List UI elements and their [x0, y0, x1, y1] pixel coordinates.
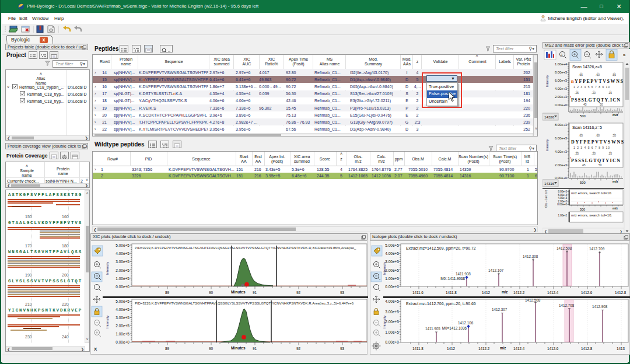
svg-text:PID=3233,K.DYFPEPVTVSWNSGALTSG: PID=3233,K.DYFPEPVTVSWNSGALTSGVHTFPAVLQS… [135, 246, 356, 250]
svg-text:1 2 3 4 5 6 7 8 9 10: 1 2 3 4 5 6 7 8 9 10 [573, 146, 610, 149]
svg-text:.65: .65 [579, 134, 583, 137]
svg-text:.15: .15 [608, 152, 612, 155]
svg-text:m/z: m/z [500, 346, 506, 350]
svg-text:50: 50 [600, 103, 603, 106]
svg-text:1412.708: 1412.708 [559, 303, 575, 307]
svg-text:6.00e+3: 6.00e+3 [555, 79, 567, 82]
svg-text:5.00e+5: 5.00e+5 [116, 243, 130, 247]
svg-text:PSSSLGTQTY.ICN: PSSSLGTQTY.ICN [571, 97, 621, 103]
svg-text:8.00e-3: 8.00e-3 [558, 190, 567, 193]
svg-text:1.00e+5: 1.00e+5 [116, 276, 130, 281]
svg-text:1 2 3 4 5 6 7 8 9 10: 1 2 3 4 5 6 7 8 9 10 [573, 85, 610, 89]
svg-text:1: 1 [561, 53, 564, 57]
svg-text:1412.2: 1412.2 [513, 290, 525, 295]
svg-text:m/z: m/z [612, 180, 618, 183]
svg-text:50: 50 [598, 163, 602, 167]
svg-text:6.00e-3: 6.00e-3 [558, 194, 567, 197]
svg-text:.65: .65 [579, 73, 583, 76]
svg-text:.25: .25 [575, 91, 579, 94]
svg-text:1.00e+5: 1.00e+5 [385, 276, 399, 281]
svg-text:.15: .15 [608, 91, 612, 94]
svg-text:1412.508: 1412.508 [556, 246, 572, 250]
svg-text:M0=1412.1036: M0=1412.1036 [442, 326, 467, 330]
svg-text:8.00e+3: 8.00e+3 [555, 71, 567, 74]
svg-text:m/z: m/z [502, 290, 508, 294]
svg-text:Intensity: Intensity [545, 139, 549, 151]
svg-text:1411.905: 1411.905 [425, 327, 440, 331]
svg-text:nYFPEPVTVSWNS: nYFPEPVTVSWNS [571, 79, 624, 84]
svg-text:Minutes: Minutes [231, 290, 246, 294]
svg-text:8.00e+3: 8.00e+3 [555, 123, 567, 127]
svg-text:45: 45 [583, 103, 587, 106]
svg-text:0.00e+0: 0.00e+0 [385, 340, 399, 344]
svg-text:2.00e+5: 2.00e+5 [116, 324, 130, 328]
svg-text:PID=3226,K.DYFPEPVTVSWNSGALTSG: PID=3226,K.DYFPEPVTVSWNSGALTSGVHTFPAVLQS… [135, 302, 354, 305]
svg-text:1412.308: 1412.308 [523, 254, 538, 258]
svg-text:1412.8: 1412.8 [581, 346, 593, 351]
svg-text:.20: .20 [592, 152, 596, 155]
svg-text:.60: .60 [596, 73, 600, 76]
svg-text:4.00e+5: 4.00e+5 [116, 251, 130, 256]
svg-text:0.00e+0: 0.00e+0 [385, 285, 399, 289]
svg-text:2.00e-3: 2.00e-3 [558, 200, 567, 203]
svg-text:91: 91 [253, 346, 257, 351]
svg-text:2.00e+3: 2.00e+3 [555, 163, 567, 167]
svg-text:89: 89 [165, 346, 170, 351]
svg-text:.55: .55 [612, 73, 616, 76]
svg-text:4.00e+5: 4.00e+5 [385, 251, 399, 256]
svg-text:5.00e+5: 5.00e+5 [116, 299, 130, 303]
svg-text:2.00e+5: 2.00e+5 [116, 268, 130, 272]
svg-text:3.00e+5: 3.00e+5 [385, 310, 399, 314]
svg-text:Extract mz=1412.706, ppm=20, t: Extract mz=1412.706, ppm=20, t=90.65 [406, 302, 476, 306]
svg-text:Extract mz=1412.509, ppm=20, t: Extract mz=1412.509, ppm=20, t=90.72 [406, 246, 476, 251]
svg-text:.20: .20 [592, 91, 596, 94]
svg-text:»: » [623, 52, 626, 58]
svg-text:M0=1411.9068: M0=1411.9068 [440, 276, 465, 281]
svg-text:m/z: m/z [612, 206, 618, 210]
svg-text:4.00e+3: 4.00e+3 [555, 87, 567, 90]
svg-text:0.00e+0: 0.00e+0 [116, 285, 130, 289]
svg-text:3.00e+5: 3.00e+5 [116, 260, 130, 264]
svg-text:0.00e+0: 0.00e+0 [557, 203, 567, 206]
svg-text:1412.6: 1412.6 [547, 346, 559, 351]
svg-text:.25: .25 [575, 152, 579, 155]
svg-text:1.00e-2: 1.00e-2 [558, 214, 567, 217]
svg-text:Intensity: Intensity [106, 316, 109, 328]
svg-text:0.00e+0: 0.00e+0 [555, 103, 567, 107]
svg-text:.55: .55 [612, 134, 616, 137]
svg-text:6.00e+3: 6.00e+3 [555, 136, 567, 140]
svg-text:1.00e+5: 1.00e+5 [116, 332, 130, 336]
svg-text:1411.8: 1411.8 [446, 290, 457, 295]
svg-text:1.00e+5: 1.00e+5 [385, 330, 399, 334]
svg-text:m/z errors, search tol=10.: m/z errors, search tol=10. [571, 191, 612, 195]
svg-text:1412.709: 1412.709 [589, 247, 605, 251]
svg-text:1412.4: 1412.4 [513, 346, 525, 351]
svg-text:.60: .60 [596, 134, 600, 137]
svg-text:Scan 14316,z=5: Scan 14316,z=5 [572, 125, 602, 130]
svg-text:Scan 14326,z=5: Scan 14326,z=5 [572, 65, 602, 69]
svg-text:91: 91 [253, 290, 257, 295]
svg-text:93: 93 [340, 290, 345, 295]
svg-text:4.00e-3: 4.00e-3 [558, 197, 567, 200]
svg-text:2.00e+5: 2.00e+5 [385, 268, 399, 272]
svg-text:1412.508: 1412.508 [525, 298, 541, 302]
svg-text:1412: 1412 [482, 290, 491, 295]
svg-text:PSSSLGTQTYICN: PSSSLGTQTYICN [571, 158, 621, 163]
svg-text:500: 500 [580, 208, 585, 211]
svg-text:1412.106: 1412.106 [458, 321, 474, 325]
svg-text:0.00e+0: 0.00e+0 [116, 340, 130, 344]
svg-text:1412.908: 1412.908 [592, 304, 608, 309]
svg-text:92: 92 [296, 290, 301, 295]
svg-text:m/z: m/z [612, 113, 618, 117]
svg-text:Intensity: Intensity [545, 75, 549, 87]
svg-text:1412.8: 1412.8 [615, 290, 626, 295]
svg-text:Intensity: Intensity [383, 316, 386, 328]
svg-text:500: 500 [580, 181, 586, 184]
svg-text:m/z errors, search tol=10.: m/z errors, search tol=10. [571, 213, 612, 217]
svg-text:1411.8: 1411.8 [412, 346, 424, 351]
svg-text:1412.307: 1412.307 [492, 307, 508, 312]
svg-text:4.00e+3: 4.00e+3 [555, 150, 567, 153]
svg-text:1.00e+4: 1.00e+4 [555, 62, 568, 66]
svg-text:90: 90 [209, 290, 214, 295]
svg-text:0.00e+0: 0.00e+0 [555, 176, 567, 180]
